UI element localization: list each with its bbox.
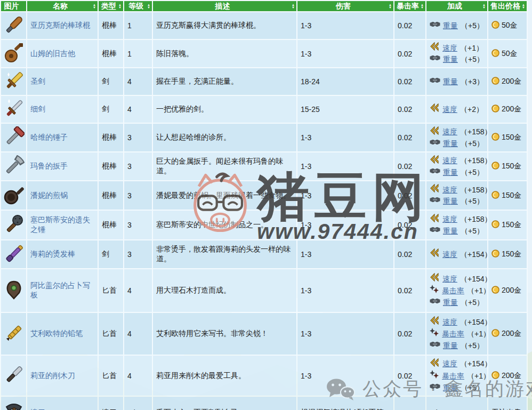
weapon-image-cell[interactable]	[1, 96, 26, 123]
weapon-level-cell: 3	[124, 152, 152, 180]
weapon-name-link[interactable]: 塞巴斯蒂安的遗失之锤	[30, 215, 90, 234]
column-header-label: 暴击率	[397, 2, 419, 10]
column-header-2[interactable]: 名称▲▼	[27, 1, 98, 11]
bonus-stat-link[interactable]: 速度	[442, 43, 457, 54]
weapon-damage-cell: 15-25	[297, 96, 393, 123]
bonus-stat-link[interactable]: 速度	[442, 317, 457, 328]
bonus-line: 暴击率（+1）	[430, 370, 484, 382]
weapon-bonus-cell: 速度（+154）	[426, 240, 487, 268]
weapon-image-cell[interactable]	[1, 397, 26, 410]
weapon-image-cell[interactable]	[1, 12, 26, 39]
column-header-4[interactable]: 等级▲▼	[124, 1, 152, 11]
sort-arrows-icon[interactable]: ▲▼	[389, 4, 392, 9]
weapon-image-cell[interactable]	[1, 240, 26, 268]
weapon-name-link[interactable]: 海莉的烫发棒	[30, 250, 75, 258]
weapon-name-link[interactable]: 玛鲁的扳手	[30, 162, 68, 170]
bonus-stat-link[interactable]: 重量	[443, 20, 458, 31]
table-header-row: 图片名称▲▼类型▲▼等级▲▼描述▲▼伤害▲▼暴击率▲▼加成▲▼售出价格▲▼	[1, 1, 527, 11]
weapon-name-link[interactable]: 镰刀	[30, 408, 45, 410]
column-header-label: 加成	[447, 2, 462, 10]
weapon-name-link[interactable]: 细剑	[30, 104, 45, 113]
weapon-image-cell[interactable]	[1, 181, 26, 210]
weapon-image-cell[interactable]	[1, 68, 26, 95]
bonus-stat-link[interactable]: 重量	[443, 167, 458, 178]
weapons-table-body: 亚历克斯的棒球棍棍棒1亚历克斯赢得大满贯的棒球棍。1-30.02重量（+5）50…	[1, 12, 527, 410]
bonus-stat-link[interactable]: 重量	[443, 138, 458, 149]
column-header-9[interactable]: 售出价格▲▼	[488, 1, 527, 11]
price-value: 200金	[502, 286, 521, 295]
bonus-stat-link[interactable]: 重量	[443, 226, 458, 237]
bonus-stat-link[interactable]: 重量	[443, 54, 458, 65]
sort-arrows-icon[interactable]: ▲▼	[147, 4, 150, 9]
column-header-3[interactable]: 类型▲▼	[99, 1, 123, 11]
weapon-type-cell: 剑	[99, 240, 123, 268]
weapon-name-link[interactable]: 艾利欧特的铅笔	[30, 329, 83, 337]
weapon-type-cell: 匕首	[99, 269, 123, 312]
gold-coin-icon	[491, 371, 499, 381]
weapon-name-cell: 艾利欧特的铅笔	[27, 313, 98, 355]
price-value: 150金	[502, 191, 521, 200]
weapon-image-cell[interactable]	[1, 124, 26, 151]
weapon-level-cell: 3	[124, 124, 152, 151]
weapon-name-link[interactable]: 阿比盖尔的占卜写板	[30, 281, 90, 299]
bonus-stat-link[interactable]: 重量	[443, 382, 458, 393]
sort-arrows-icon[interactable]: ▲▼	[522, 4, 525, 9]
weapon-type-cell: 棍棒	[99, 152, 123, 180]
sort-arrows-icon[interactable]: ▲▼	[482, 4, 486, 9]
bonus-stat-link[interactable]: 重量	[443, 297, 458, 308]
bonus-stat-link[interactable]: 重量	[443, 340, 458, 351]
sort-arrows-icon[interactable]: ▲▼	[421, 4, 424, 9]
bonus-stat-link[interactable]: 速度	[442, 155, 457, 166]
bonus-stat-link[interactable]: 速度	[442, 358, 457, 369]
bonus-stat-link[interactable]: 速度	[442, 249, 457, 260]
weapon-row: 亚历克斯的棒球棍棍棒1亚历克斯赢得大满贯的棒球棍。1-30.02重量（+5）50…	[1, 12, 527, 39]
column-header-7[interactable]: 暴击率▲▼	[394, 1, 425, 11]
weapon-crit-cell: 0.02	[394, 12, 425, 39]
weapon-image-cell[interactable]	[1, 211, 26, 239]
bonus-stat-link[interactable]: 重量	[443, 196, 458, 207]
weapon-name-link[interactable]: 山姆的旧吉他	[30, 49, 75, 58]
crit-icon	[430, 370, 439, 382]
weapon-name-link[interactable]: 莉亚的削木刀	[30, 371, 75, 380]
column-header-5[interactable]: 描述▲▼	[153, 1, 296, 11]
weapon-name-link[interactable]: 哈维的锤子	[30, 133, 68, 141]
weapon-image-cell[interactable]	[1, 40, 26, 67]
sort-arrows-icon[interactable]: ▲▼	[292, 4, 295, 9]
weapon-image-cell[interactable]	[1, 313, 26, 355]
bonus-value: （+154）	[460, 249, 487, 260]
bonus-stat-link[interactable]: 速度	[442, 104, 457, 115]
bonus-stat-link[interactable]: 速度	[442, 126, 457, 138]
column-header-8[interactable]: 加成▲▼	[426, 1, 487, 11]
weapon-name-link[interactable]: 亚历克斯的棒球棍	[30, 21, 90, 29]
weapon-image-cell[interactable]	[1, 356, 26, 396]
weapon-damage-cell: 1-3	[297, 181, 393, 210]
price-value: 150金	[502, 133, 521, 142]
column-header-6[interactable]: 伤害▲▼	[297, 1, 393, 11]
speed-icon	[430, 273, 440, 285]
price-value: 50金	[502, 21, 518, 30]
weapon-image-cell[interactable]	[1, 152, 26, 180]
bonus-stat-link[interactable]: 速度	[442, 274, 457, 285]
weapon-bonus-cell: 重量（+5）	[426, 12, 487, 39]
bonus-stat-link[interactable]: 暴击率	[442, 371, 464, 382]
weapon-bonus-cell: 速度（+158）重量（+5）	[426, 211, 487, 239]
lost-mace-icon	[3, 228, 25, 237]
weapon-image-cell[interactable]	[1, 269, 26, 312]
weight-icon	[430, 167, 440, 178]
bonus-stat-link[interactable]: 重量	[443, 76, 458, 87]
bonus-stat-link[interactable]: 速度	[442, 214, 457, 225]
wrench-icon	[3, 170, 25, 178]
bonus-stat-link[interactable]: 暴击率	[442, 328, 464, 340]
price-value: 无法出售	[491, 408, 521, 410]
bonus-stat-link[interactable]: 暴击率	[442, 285, 464, 296]
weapon-type-cell: 剑	[99, 96, 123, 123]
gold-coin-icon	[491, 329, 499, 339]
bonus-stat-link[interactable]: 速度	[442, 184, 457, 196]
sort-arrows-icon[interactable]: ▲▼	[93, 4, 96, 9]
weapon-name-link[interactable]: 潘妮的煎锅	[30, 191, 68, 199]
weapon-description-cell: 亚历克斯赢得大满贯的棒球棍。	[153, 12, 296, 39]
weapon-name-link[interactable]: 圣剑	[30, 77, 45, 85]
weapon-level-cell: 1	[124, 12, 152, 39]
weapon-type-cell: 棍棒	[99, 40, 123, 67]
sort-arrows-icon[interactable]: ▲▼	[118, 4, 122, 9]
